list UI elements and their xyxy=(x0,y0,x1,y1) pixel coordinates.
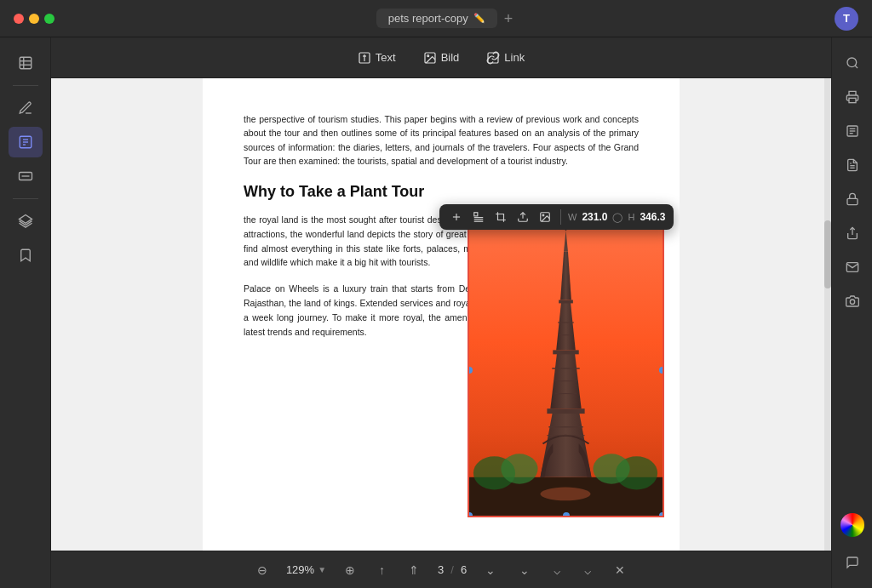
crop-button[interactable] xyxy=(492,209,509,225)
scrollbar-thumb[interactable] xyxy=(824,220,831,288)
next-page-button[interactable]: ⌄ xyxy=(514,560,535,580)
toolbar-separator-1 xyxy=(560,209,561,225)
current-tab[interactable]: pets report-copy ✏️ xyxy=(376,9,497,28)
svg-rect-24 xyxy=(547,408,584,414)
svg-rect-28 xyxy=(559,300,573,303)
page-total: 6 xyxy=(461,563,467,576)
svg-rect-58 xyxy=(847,198,858,204)
scrollbar-track xyxy=(824,78,831,551)
content-area: the perspective of tourism studies. This… xyxy=(51,78,831,551)
svg-rect-26 xyxy=(553,350,578,354)
resize-handle-br[interactable] xyxy=(659,512,664,517)
replace-button[interactable] xyxy=(536,209,554,225)
maximize-button[interactable] xyxy=(44,14,54,24)
fit-width-button[interactable]: ⇑ xyxy=(404,560,424,580)
svg-rect-0 xyxy=(20,57,32,69)
intro-paragraph: the perspective of tourism studies. This… xyxy=(244,112,639,168)
svg-rect-51 xyxy=(849,98,856,102)
add-tab-button[interactable]: + xyxy=(504,11,513,26)
sidebar-bookmark-icon[interactable] xyxy=(9,240,43,271)
sparkle-icon[interactable] xyxy=(840,513,864,537)
resize-handle-bm[interactable] xyxy=(563,512,570,517)
svg-point-49 xyxy=(847,58,857,67)
svg-point-20 xyxy=(501,454,537,483)
titlebar: pets report-copy ✏️ + T xyxy=(0,0,872,37)
resize-handle-bl[interactable] xyxy=(468,512,473,517)
tab-label: pets report-copy xyxy=(388,12,468,25)
right-sidebar xyxy=(831,37,872,588)
align-button[interactable] xyxy=(448,209,465,225)
zoom-value: 129% xyxy=(286,563,314,576)
lock-icon[interactable] xyxy=(837,184,868,214)
camera-icon[interactable] xyxy=(837,286,868,317)
zoom-display: 129% ▼ xyxy=(286,563,326,576)
image-toolbar: W 231.0 ◯ H 346.3 xyxy=(439,204,674,230)
zoom-in-button[interactable]: ⊕ xyxy=(340,560,360,580)
svg-point-48 xyxy=(542,214,544,216)
bild-tool-label: Bild xyxy=(441,51,460,64)
left-sidebar xyxy=(0,37,51,588)
svg-point-60 xyxy=(850,300,854,304)
bottom-bar: ⊖ 129% ▼ ⊕ ↑ ⇑ 3 / 6 ⌄ ⌄ ⌵ ⌵ ✕ xyxy=(51,551,831,588)
bild-tool-button[interactable]: Bild xyxy=(411,46,472,70)
page-separator: / xyxy=(450,563,454,576)
close-bottom-button[interactable]: ✕ xyxy=(610,560,630,580)
mail-icon[interactable] xyxy=(837,252,868,283)
resize-handle-mr[interactable] xyxy=(659,367,664,374)
svg-line-50 xyxy=(855,66,858,68)
chat-icon[interactable] xyxy=(837,547,868,578)
w-value: 231.0 xyxy=(582,211,607,223)
svg-point-22 xyxy=(593,454,629,483)
link-tool-button[interactable]: Link xyxy=(474,46,536,70)
eiffel-tower-image xyxy=(469,225,663,516)
fit-page-button[interactable]: ↑ xyxy=(374,560,390,580)
section-heading: Why to Take a Plant Tour xyxy=(244,183,639,201)
sidebar-form-icon[interactable] xyxy=(9,161,43,191)
avatar[interactable]: T xyxy=(835,7,858,31)
document-info-icon[interactable] xyxy=(837,150,868,180)
text-tool-label: Text xyxy=(376,51,396,64)
first-page-button[interactable]: ⌵ xyxy=(548,560,565,580)
edit-tab-icon[interactable]: ✏️ xyxy=(473,13,485,24)
sidebar-layers-icon[interactable] xyxy=(9,206,43,237)
search-icon-right[interactable] xyxy=(837,48,868,78)
share-icon[interactable] xyxy=(837,218,868,248)
image-container[interactable] xyxy=(468,223,664,517)
zoom-out-button[interactable]: ⊖ xyxy=(252,560,272,580)
export-button[interactable] xyxy=(514,209,531,225)
close-button[interactable] xyxy=(14,14,24,24)
toolbar-area: Text Bild Link xyxy=(51,37,831,588)
print-icon[interactable] xyxy=(837,82,868,112)
sidebar-divider-1 xyxy=(13,85,38,86)
zoom-dropdown-icon[interactable]: ▼ xyxy=(318,565,326,574)
sidebar-pages-icon[interactable] xyxy=(9,48,43,78)
svg-point-15 xyxy=(427,54,428,56)
wrap-button[interactable] xyxy=(470,209,487,225)
h-letter: ◯ xyxy=(612,212,622,223)
page-current: 3 xyxy=(438,563,444,576)
document-page: the perspective of tourism studies. This… xyxy=(203,78,680,551)
svg-point-39 xyxy=(541,488,591,501)
tab-area: pets report-copy ✏️ + xyxy=(65,9,824,28)
svg-rect-42 xyxy=(474,213,478,216)
minimize-button[interactable] xyxy=(29,14,39,24)
h-value: 346.3 xyxy=(640,211,665,223)
link-tool-label: Link xyxy=(504,51,525,64)
last-page-button[interactable]: ⌵ xyxy=(579,560,596,580)
sidebar-divider-2 xyxy=(13,198,38,199)
sidebar-edit-icon[interactable] xyxy=(9,127,43,157)
ocr-icon[interactable] xyxy=(837,116,868,146)
traffic-lights xyxy=(14,14,54,24)
main-layout: Text Bild Link xyxy=(0,37,872,588)
prev-page-button[interactable]: ⌄ xyxy=(480,560,501,580)
w-label: W xyxy=(568,212,577,222)
h-label: H xyxy=(628,212,634,222)
top-toolbar: Text Bild Link xyxy=(51,37,831,78)
sidebar-annotate-icon[interactable] xyxy=(9,93,43,123)
text-tool-button[interactable]: Text xyxy=(346,46,408,70)
page-navigation: 3 / 6 xyxy=(438,563,467,576)
